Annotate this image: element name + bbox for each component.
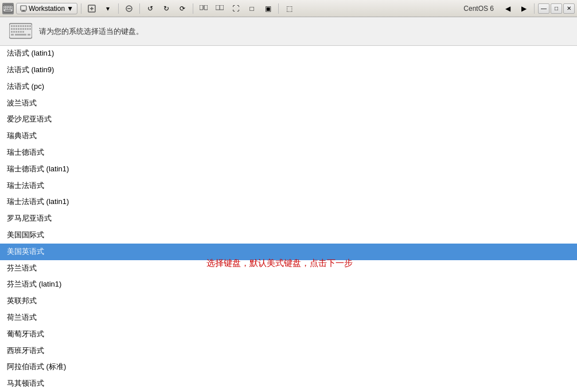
svg-rect-5 xyxy=(9,6,10,7)
toolbar-btn-2[interactable]: ▾ xyxy=(101,2,115,15)
workstation-icon xyxy=(20,5,27,12)
svg-rect-26 xyxy=(18,25,20,27)
list-item[interactable]: 爱沙尼亚语式 xyxy=(0,111,577,128)
svg-rect-33 xyxy=(13,28,15,30)
toolbar-btn-3[interactable] xyxy=(122,2,136,15)
list-item[interactable]: 瑞士德语式 (latin1) xyxy=(0,161,577,178)
sep1 xyxy=(81,3,81,14)
list-item[interactable]: 美国国际式 xyxy=(0,227,577,244)
svg-rect-35 xyxy=(18,28,20,30)
svg-rect-45 xyxy=(20,31,22,33)
list-item[interactable]: 波兰语式 xyxy=(0,95,577,112)
toolbar-btn-10[interactable]: □ xyxy=(245,2,259,15)
toolbar-btn-11[interactable]: ▣ xyxy=(261,2,275,15)
centos-label: CentOS 6 xyxy=(463,5,494,13)
svg-rect-37 xyxy=(22,28,24,30)
list-item[interactable]: 法语式 (latin9) xyxy=(0,62,577,79)
toolbar-btn-12[interactable]: ⬚ xyxy=(282,2,296,15)
svg-rect-30 xyxy=(27,25,29,27)
instruction-text: 请为您的系统选择适当的键盘。 xyxy=(39,26,143,37)
sep4 xyxy=(193,3,193,14)
svg-rect-17 xyxy=(200,5,203,10)
svg-rect-4 xyxy=(7,6,9,7)
toolbar-btn-4[interactable]: ↺ xyxy=(143,2,157,15)
list-item[interactable]: 法语式 (latin1) xyxy=(0,46,577,62)
svg-rect-28 xyxy=(22,25,24,27)
sep5 xyxy=(278,3,279,14)
keyboard-image xyxy=(9,21,32,42)
list-item[interactable]: 美国英语式 xyxy=(0,244,577,260)
instruction-bar: 请为您的系统选择适当的键盘。 xyxy=(0,17,577,46)
toolbar-btn-9[interactable]: ⛶ xyxy=(229,2,243,15)
main-content: 日语式朝鲜语式比利时语式 (be-latin1)法语式法语式 (latin1)法… xyxy=(0,46,577,392)
svg-rect-36 xyxy=(20,28,22,30)
toolbar-btn-7[interactable] xyxy=(197,2,210,15)
svg-rect-12 xyxy=(21,6,26,10)
svg-rect-13 xyxy=(22,10,25,11)
sep6 xyxy=(534,3,535,14)
nav-back-button[interactable]: ◀ xyxy=(501,2,514,15)
list-item[interactable]: 英联邦式 xyxy=(0,293,577,309)
svg-rect-18 xyxy=(204,5,208,10)
svg-rect-3 xyxy=(6,6,7,7)
list-item[interactable]: 西班牙语式 xyxy=(0,343,577,359)
svg-rect-2 xyxy=(4,6,5,7)
maximize-button[interactable]: □ xyxy=(551,3,562,14)
sep2 xyxy=(118,3,119,14)
svg-rect-9 xyxy=(7,8,10,9)
svg-rect-39 xyxy=(27,28,29,30)
svg-rect-24 xyxy=(13,25,15,27)
minimize-button[interactable]: — xyxy=(538,3,549,14)
svg-rect-8 xyxy=(6,8,7,9)
svg-rect-41 xyxy=(11,31,13,33)
workstation-dropdown-icon[interactable]: ▼ xyxy=(67,5,73,13)
toolbar-btn-1[interactable] xyxy=(85,2,99,15)
list-item[interactable]: 芬兰语式 xyxy=(0,260,577,277)
svg-rect-10 xyxy=(10,8,12,9)
toolbar-btn-8[interactable] xyxy=(213,2,227,15)
list-item[interactable]: 荷兰语式 xyxy=(0,309,577,326)
svg-rect-46 xyxy=(22,31,24,33)
svg-rect-42 xyxy=(13,31,15,33)
list-item[interactable]: 瑞士法语式 (latin1) xyxy=(0,194,577,210)
svg-rect-25 xyxy=(15,25,17,27)
app-icon xyxy=(2,3,14,14)
list-item[interactable]: 法语式 (pc) xyxy=(0,79,577,95)
svg-rect-14 xyxy=(21,11,26,11)
toolbar-btn-5[interactable]: ↻ xyxy=(159,2,173,15)
svg-rect-43 xyxy=(15,31,17,33)
titlebar: Workstation ▼ ▾ ↺ ↻ ⟳ ⛶ □ ▣ ⬚ CentOS 6 ◀… xyxy=(0,0,577,17)
list-item[interactable]: 马其顿语式 xyxy=(0,375,577,392)
svg-rect-6 xyxy=(11,6,12,7)
list-item[interactable]: 芬兰语式 (latin1) xyxy=(0,276,577,293)
keyboard-list[interactable]: 日语式朝鲜语式比利时语式 (be-latin1)法语式法语式 (latin1)法… xyxy=(0,46,577,392)
svg-rect-47 xyxy=(15,34,26,36)
svg-rect-11 xyxy=(5,10,11,11)
window-controls: — □ ✕ xyxy=(538,3,575,14)
list-item[interactable]: 阿拉伯语式 (标准) xyxy=(0,359,577,375)
svg-rect-7 xyxy=(4,8,5,9)
nav-fwd-button[interactable]: ▶ xyxy=(517,2,531,15)
workstation-label: Workstation xyxy=(29,5,65,13)
svg-rect-40 xyxy=(29,28,31,30)
svg-rect-23 xyxy=(11,25,13,27)
svg-rect-34 xyxy=(15,28,17,30)
list-item[interactable]: 瑞典语式 xyxy=(0,128,577,144)
svg-rect-48 xyxy=(11,34,14,36)
close-button[interactable]: ✕ xyxy=(563,3,575,14)
list-item[interactable]: 罗马尼亚语式 xyxy=(0,210,577,227)
svg-rect-44 xyxy=(18,31,20,33)
list-item[interactable]: 瑞士法语式 xyxy=(0,178,577,194)
svg-rect-29 xyxy=(25,25,26,27)
svg-rect-38 xyxy=(25,28,26,30)
svg-rect-32 xyxy=(11,28,13,30)
list-item[interactable]: 葡萄牙语式 xyxy=(0,326,577,343)
sep3 xyxy=(139,3,140,14)
workstation-button[interactable]: Workstation ▼ xyxy=(16,3,77,14)
list-item[interactable]: 瑞士德语式 xyxy=(0,144,577,161)
svg-rect-27 xyxy=(20,25,22,27)
svg-rect-49 xyxy=(28,34,30,36)
toolbar-btn-6[interactable]: ⟳ xyxy=(176,2,189,15)
svg-rect-31 xyxy=(29,25,31,27)
